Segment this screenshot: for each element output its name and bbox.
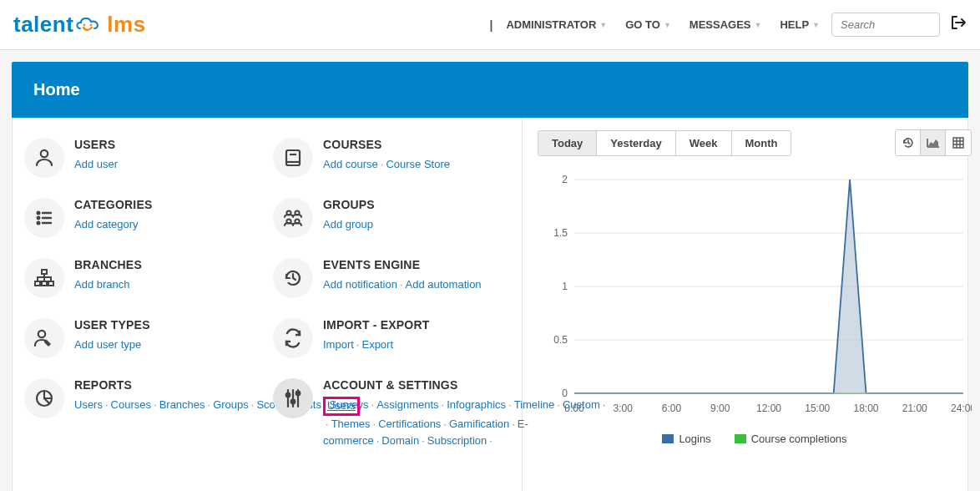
view-grid-button[interactable]	[946, 130, 971, 155]
svg-text:1.5: 1.5	[553, 227, 568, 239]
link[interactable]: Add user	[74, 158, 118, 170]
separator-dot: ·	[103, 398, 111, 411]
link[interactable]: Import	[323, 338, 354, 351]
widget-importexport-links: Import·Export	[323, 337, 429, 354]
widget-users-title: USERS	[74, 138, 118, 151]
link[interactable]: Branches	[159, 398, 205, 411]
link[interactable]: Courses	[111, 398, 151, 411]
widget-courses: COURSES Add course·Course Store	[273, 138, 507, 178]
range-selector: TodayYesterdayWeekMonth	[538, 130, 791, 156]
nav-administrator[interactable]: ADMINISTRATOR ▼	[499, 13, 614, 36]
link[interactable]: Users	[327, 399, 356, 412]
link[interactable]: Groups	[213, 398, 249, 411]
history-icon[interactable]	[273, 258, 313, 298]
svg-text:9:00: 9:00	[710, 402, 730, 414]
search-input[interactable]	[831, 13, 940, 37]
page-title-bar: Home	[12, 62, 968, 118]
sliders-icon[interactable]	[273, 378, 313, 418]
svg-rect-17	[35, 281, 40, 286]
view-selector	[895, 129, 972, 156]
legend-label: Logins	[679, 433, 710, 445]
widget-branches: BRANCHES Add branch	[24, 258, 258, 298]
svg-point-0	[83, 23, 86, 26]
widget-account-title: ACCOUNT & SETTINGS	[323, 378, 507, 392]
pie-chart-icon[interactable]	[24, 378, 64, 418]
separator-dot: ·	[509, 418, 518, 430]
widget-users: USERS Add user	[24, 138, 258, 178]
topnav-separator: |	[490, 18, 495, 32]
admin-widgets: USERS Add user COURSES Add course·Course…	[13, 118, 523, 491]
link[interactable]: Users	[74, 398, 103, 411]
range-yesterday[interactable]: Yesterday	[597, 131, 675, 155]
brand-logo[interactable]: talent lms	[13, 12, 146, 38]
link[interactable]: Themes	[331, 418, 371, 430]
tree-icon[interactable]	[24, 258, 64, 298]
widget-usertypes-title: USER TYPES	[74, 318, 150, 332]
range-week[interactable]: Week	[676, 131, 732, 155]
link[interactable]: Add course	[323, 158, 378, 170]
widget-courses-title: COURSES	[323, 138, 450, 151]
range-month[interactable]: Month	[732, 131, 791, 155]
widget-importexport-title: IMPORT - EXPORT	[323, 318, 429, 332]
book-icon[interactable]	[273, 138, 313, 178]
user-tag-icon[interactable]	[24, 318, 64, 358]
link[interactable]: Certifications	[378, 418, 441, 430]
legend-item[interactable]: Course completions	[735, 433, 847, 445]
svg-rect-19	[48, 281, 53, 286]
separator-dot: ·	[506, 398, 514, 411]
logout-icon[interactable]	[945, 15, 967, 34]
sync-icon[interactable]	[273, 318, 313, 358]
svg-rect-18	[42, 281, 47, 286]
widget-events-title: EVENTS ENGINE	[323, 258, 482, 271]
widget-branches-links: Add branch	[74, 276, 142, 294]
widget-categories-links: Add category	[74, 216, 153, 234]
link[interactable]: Export	[361, 338, 393, 351]
chart-legend: LoginsCourse completions	[538, 433, 972, 445]
svg-text:0:00: 0:00	[564, 402, 584, 414]
widget-categories: CATEGORIES Add category	[24, 198, 258, 238]
legend-item[interactable]: Logins	[662, 433, 710, 445]
link[interactable]: Add category	[74, 218, 139, 230]
link[interactable]: Add group	[323, 218, 373, 230]
link[interactable]: Add notification	[323, 278, 397, 291]
nav-help[interactable]: HELP ▼	[773, 13, 826, 36]
separator-dot: ·	[323, 418, 331, 430]
nav-goto[interactable]: GO TO ▼	[619, 13, 678, 36]
svg-point-6	[38, 212, 40, 215]
separator-dot: ·	[151, 398, 159, 411]
svg-text:1: 1	[562, 281, 568, 292]
link[interactable]: Subscription	[427, 434, 487, 447]
link[interactable]: Add branch	[74, 278, 130, 291]
legend-swatch	[735, 434, 746, 443]
chevron-down-icon: ▼	[754, 21, 761, 29]
users-icon[interactable]	[24, 138, 64, 178]
link[interactable]: Domain	[381, 434, 419, 447]
link[interactable]: Gamification	[449, 418, 509, 430]
list-icon[interactable]	[24, 198, 64, 238]
nav-messages[interactable]: MESSAGES ▼	[683, 13, 769, 36]
widget-account-links: Users·Themes·Certifications·Gamification…	[323, 397, 507, 450]
legend-swatch	[662, 434, 674, 443]
svg-text:6:00: 6:00	[662, 402, 682, 414]
widget-groups-title: GROUPS	[323, 198, 375, 211]
range-today[interactable]: Today	[538, 131, 597, 155]
groups-icon[interactable]	[273, 198, 313, 238]
view-timeline-button[interactable]	[896, 130, 921, 155]
svg-text:2: 2	[562, 174, 568, 185]
widget-reports: REPORTS Users·Courses·Branches·Groups·Sc…	[24, 378, 258, 450]
view-area-button[interactable]	[921, 130, 946, 155]
widget-reports-links: Users·Courses·Branches·Groups·Scorm·Test…	[74, 397, 258, 414]
svg-point-2	[41, 150, 48, 157]
brand-cloud-icon	[75, 15, 105, 35]
link[interactable]: Course Store	[386, 158, 450, 170]
svg-point-7	[38, 217, 40, 220]
link[interactable]: Add automation	[406, 278, 482, 291]
svg-point-8	[38, 222, 40, 225]
chevron-down-icon: ▼	[812, 21, 820, 29]
svg-text:24:00: 24:00	[951, 402, 972, 414]
separator-dot: ·	[371, 418, 379, 430]
widget-courses-links: Add course·Course Store	[323, 156, 450, 174]
svg-point-1	[90, 23, 93, 26]
separator-dot: ·	[441, 418, 449, 430]
link[interactable]: Add user type	[74, 338, 141, 351]
